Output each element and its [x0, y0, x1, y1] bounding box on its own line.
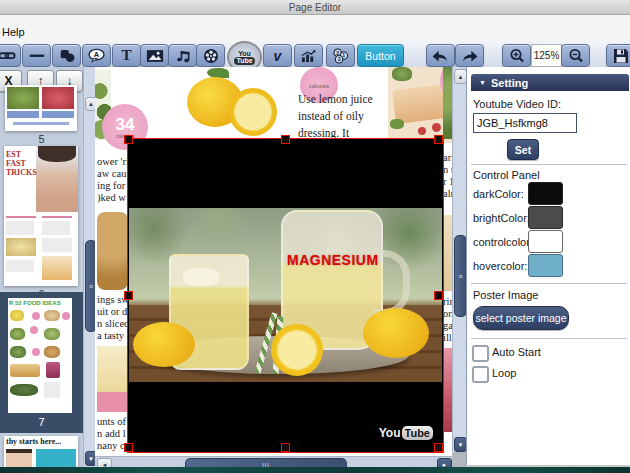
video-tool-button[interactable]: [196, 44, 225, 67]
resize-handle-top-left[interactable]: [124, 135, 133, 144]
poster-image-title: Poster Image: [473, 289, 538, 301]
shapes-tool-button[interactable]: [52, 44, 81, 67]
menu-help[interactable]: Help: [2, 26, 25, 38]
page-thumbnail-8[interactable]: thy starts here...: [4, 436, 78, 467]
settings-panel: ▼ Setting Youtube Video ID: Set Control …: [466, 67, 630, 465]
controlcolor-swatch[interactable]: [528, 230, 563, 253]
magazine-photo-right-mid: [443, 215, 452, 291]
music-note-icon: [175, 48, 191, 63]
window-title: Page Editor: [289, 2, 341, 13]
set-button[interactable]: Set: [507, 139, 539, 160]
page-number-5: 5: [0, 133, 83, 145]
thumb5-text-line: [13, 122, 69, 125]
toolbar: A T You Tube v 213 Button: [0, 41, 630, 68]
thumb7-headline: R 52 FOOD IDEAS: [9, 300, 71, 306]
video-poster-lemon: [363, 308, 429, 358]
sidebar-scrollbar-thumb[interactable]: ≡: [85, 240, 95, 332]
svg-text:3: 3: [338, 56, 341, 62]
magazine-photo-right-bottom: [443, 348, 452, 432]
sidebar-scroll-up-button[interactable]: ▲: [85, 97, 95, 111]
resize-handle-mid-right[interactable]: [434, 291, 443, 300]
page-thumbnail-5[interactable]: [5, 85, 77, 131]
undo-icon: [431, 49, 450, 63]
audio-tool-button[interactable]: [168, 44, 197, 67]
image-icon: [146, 49, 164, 63]
page-thumbnail-6[interactable]: EST FAST TRICKS: [4, 146, 78, 286]
resize-handle-mid-left[interactable]: [124, 291, 133, 300]
zoom-out-icon: [568, 48, 584, 64]
brightcolor-swatch[interactable]: [528, 206, 563, 229]
brightcolor-label: brightColor:: [473, 212, 530, 224]
loop-label: Loop: [492, 367, 516, 379]
page-thumbnail-7[interactable]: R 52 FOOD IDEAS: [8, 298, 72, 413]
page-editor-window: Page Editor Help A T You: [0, 0, 630, 473]
magazine-photo-cookie: [97, 212, 128, 290]
link-tool-button[interactable]: [0, 44, 21, 67]
svg-text:A: A: [94, 50, 100, 59]
undo-button[interactable]: [426, 44, 455, 67]
magazine-text-column: ings sw uit or dr n sliced a tasty c: [97, 294, 128, 342]
redo-button[interactable]: [455, 44, 484, 67]
darkcolor-swatch[interactable]: [528, 182, 563, 205]
page-numbers-tool-button[interactable]: 213: [326, 44, 355, 67]
loop-checkbox[interactable]: [472, 366, 489, 383]
thumb5-photo-greens: [7, 87, 39, 109]
thumb5-caption-bar: [7, 111, 39, 118]
youtube-id-input[interactable]: [473, 113, 577, 133]
link-icon: [0, 49, 16, 62]
video-poster-lemon: [133, 322, 195, 367]
menu-bar: Help: [0, 15, 630, 42]
line-tool-button[interactable]: [22, 44, 51, 67]
select-poster-image-button[interactable]: select poster image: [473, 306, 569, 330]
thumb8-photo-face: [6, 449, 32, 467]
youtube-id-label: Youtube Video ID:: [473, 98, 561, 110]
settings-panel-header[interactable]: ▼ Setting: [471, 74, 629, 91]
chart-tool-button[interactable]: [294, 44, 323, 67]
minus-icon: [28, 49, 46, 62]
vimeo-icon: v: [274, 49, 282, 63]
image-tool-button[interactable]: [140, 44, 169, 67]
resize-handle-top-mid[interactable]: [281, 135, 290, 144]
vimeo-tool-button[interactable]: v: [263, 44, 292, 67]
desktop-wallpaper-strip: [0, 467, 630, 473]
settings-panel-title: Setting: [491, 77, 528, 89]
resize-handle-top-right[interactable]: [434, 135, 443, 144]
magazine-photo-lemons: [185, 68, 281, 139]
youtube-video-element[interactable]: MAGNESIUM You Tube: [128, 139, 443, 452]
button-tool-label: Button: [365, 50, 395, 62]
callout-tool-button[interactable]: A: [82, 44, 111, 67]
thumb6-article-grid: [6, 216, 76, 282]
thumb6-photo-hair: [38, 146, 76, 162]
darkcolor-label: darkColor:: [473, 188, 524, 200]
svg-text:2: 2: [336, 49, 339, 55]
thumb6-headline: EST FAST TRICKS: [6, 150, 37, 177]
save-button[interactable]: [606, 44, 630, 67]
resize-handle-bottom-mid[interactable]: [281, 443, 290, 452]
zoom-out-button[interactable]: [561, 44, 590, 67]
thumb7-food-grid: [10, 310, 70, 410]
auto-start-checkbox[interactable]: [472, 345, 489, 362]
text-tool-button[interactable]: T: [112, 44, 141, 67]
magazine-photo-right-top: [443, 67, 452, 139]
sidebar-scroll-down-button[interactable]: ▼: [85, 451, 95, 466]
zoom-in-icon: [509, 48, 525, 64]
sidebar-scrollbar: ▲ ≡ ▼: [83, 67, 95, 467]
magazine-text-column: ower 'ri aw cau ing for l )ked w: [97, 156, 128, 204]
auto-start-label: Auto Start: [492, 346, 541, 358]
resize-handle-bottom-right[interactable]: [434, 443, 443, 452]
redo-icon: [460, 49, 479, 63]
thumb5-photo-berries: [42, 87, 74, 109]
zoom-in-button[interactable]: [502, 44, 531, 67]
control-panel-title: Control Panel: [473, 169, 540, 181]
button-tool-button[interactable]: Button: [357, 44, 404, 67]
hovercolor-label: hovercolor:: [473, 260, 527, 272]
resize-handle-bottom-left[interactable]: [124, 443, 133, 452]
video-overlay-text: MAGNESIUM: [287, 252, 379, 268]
thumb8-teaser-text: thy starts here...: [6, 437, 61, 446]
thumb5-caption-bar: [42, 111, 74, 118]
magazine-tip-text: Use lemon juice instead of oily dressing…: [298, 91, 402, 142]
shapes-icon: [58, 48, 76, 63]
chart-icon: [300, 49, 317, 63]
numbered-circles-icon: 213: [332, 48, 349, 64]
hovercolor-swatch[interactable]: [528, 254, 563, 277]
